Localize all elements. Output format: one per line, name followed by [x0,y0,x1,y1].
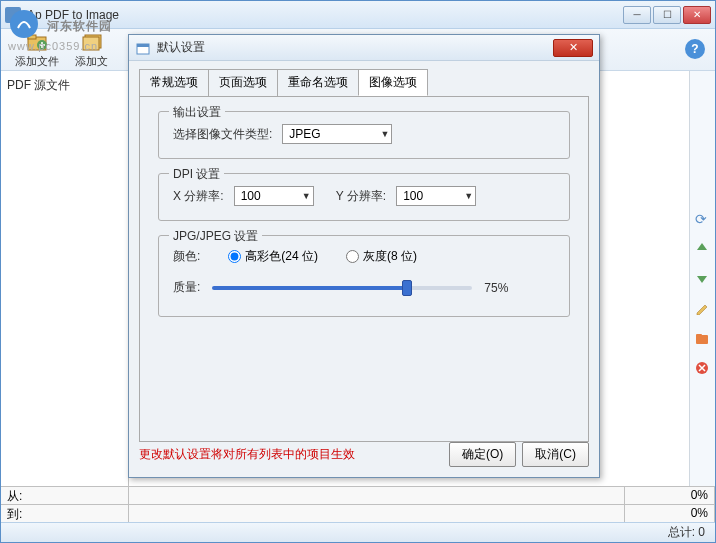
filetype-label: 选择图像文件类型: [173,126,272,143]
left-panel: PDF 源文件 [1,71,129,512]
main-title: Ap PDF to Image [27,8,623,22]
status-row-to: 到: 0% [1,504,715,522]
x-dpi-value: 100 [241,189,261,203]
help-icon[interactable]: ? [685,39,705,59]
tab-image[interactable]: 图像选项 [358,69,428,96]
dpi-fieldset: DPI 设置 X 分辨率: 100 ▼ Y 分辨率: 100 ▼ [158,173,570,221]
y-dpi-value: 100 [403,189,423,203]
right-sidebar: ⟳ [689,71,715,512]
chevron-down-icon: ▼ [302,191,311,201]
svg-rect-10 [137,44,149,47]
status-row-from: 从: 0% [1,486,715,504]
to-label: 到: [1,505,129,522]
svg-rect-1 [28,35,36,39]
dialog-titlebar[interactable]: 默认设置 ✕ [129,35,599,61]
add-file-icon [26,31,48,53]
app-icon [5,7,21,23]
from-pct: 0% [625,487,715,504]
settings-dialog: 默认设置 ✕ 常规选项 页面选项 重命名选项 图像选项 输出设置 选择图像文件类… [128,34,600,478]
settings-icon [135,40,151,56]
jpeg-fieldset: JPG/JPEG 设置 颜色: 高彩色(24 位) 灰度(8 位) 质量: [158,235,570,317]
dialog-title: 默认设置 [157,39,553,56]
output-fieldset: 输出设置 选择图像文件类型: JPEG ▼ [158,111,570,159]
move-up-icon[interactable] [695,241,711,257]
main-titlebar[interactable]: Ap PDF to Image ─ ☐ ✕ [1,1,715,29]
tab-rename[interactable]: 重命名选项 [277,69,359,96]
y-dpi-select[interactable]: 100 ▼ [396,186,476,206]
quality-label: 质量: [173,279,200,296]
color-24bit-radio[interactable]: 高彩色(24 位) [228,248,318,265]
color-8bit-input[interactable] [346,250,359,263]
slider-thumb[interactable] [402,280,412,296]
from-label: 从: [1,487,129,504]
edit-icon[interactable] [695,301,711,317]
to-pct: 0% [625,505,715,522]
svg-rect-4 [83,37,99,50]
tab-content: 输出设置 选择图像文件类型: JPEG ▼ DPI 设置 X 分辨率: 100 … [139,96,589,442]
chevron-down-icon: ▼ [380,129,389,139]
dialog-close-button[interactable]: ✕ [553,39,593,57]
color-label: 颜色: [173,248,200,265]
pdf-source-header: PDF 源文件 [7,77,122,94]
cancel-button[interactable]: 取消(C) [522,442,589,467]
ok-button[interactable]: 确定(O) [449,442,516,467]
refresh-icon[interactable]: ⟳ [695,211,711,227]
tab-page[interactable]: 页面选项 [208,69,278,96]
x-dpi-select[interactable]: 100 ▼ [234,186,314,206]
tab-general[interactable]: 常规选项 [139,69,209,96]
close-button[interactable]: ✕ [683,6,711,24]
chevron-down-icon: ▼ [464,191,473,201]
dialog-footer: 更改默认设置将对所有列表中的项目生效 确定(O) 取消(C) [139,442,589,467]
folder-icon[interactable] [695,331,711,347]
filetype-value: JPEG [289,127,320,141]
move-down-icon[interactable] [695,271,711,287]
warning-text: 更改默认设置将对所有列表中的项目生效 [139,446,443,463]
delete-icon[interactable] [695,361,711,377]
color-24bit-input[interactable] [228,250,241,263]
quality-slider[interactable] [212,282,472,294]
add-file-button[interactable]: 添加文件 [7,29,67,71]
tab-bar: 常规选项 页面选项 重命名选项 图像选项 [129,61,599,96]
color-8bit-radio[interactable]: 灰度(8 位) [346,248,417,265]
y-dpi-label: Y 分辨率: [336,188,386,205]
output-legend: 输出设置 [169,104,225,121]
add-files-label: 添加文 [75,54,108,69]
slider-rest [407,286,472,290]
filetype-select[interactable]: JPEG ▼ [282,124,392,144]
minimize-button[interactable]: ─ [623,6,651,24]
total-label: 总计: 0 [668,524,705,541]
dpi-legend: DPI 设置 [169,166,224,183]
quality-value: 75% [484,281,508,295]
svg-rect-6 [696,334,702,337]
add-files-button[interactable]: 添加文 [67,29,116,71]
maximize-button[interactable]: ☐ [653,6,681,24]
jpeg-legend: JPG/JPEG 设置 [169,228,262,245]
status-bar: 总计: 0 [1,522,715,542]
slider-fill [212,286,407,290]
add-files-icon [81,31,103,53]
status-area: 从: 0% 到: 0% [1,486,715,522]
x-dpi-label: X 分辨率: [173,188,224,205]
add-file-label: 添加文件 [15,54,59,69]
